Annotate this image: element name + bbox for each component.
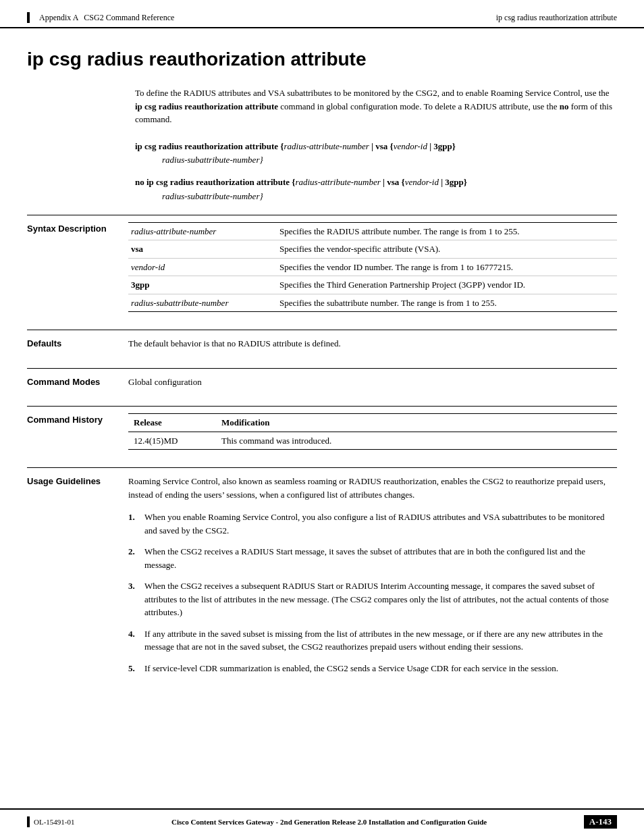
command-modes-content: Global configuration — [128, 375, 617, 389]
cmd1-bold: ip csg radius reauthorization attribute — [135, 141, 278, 151]
cmd1-pipe: | — [369, 141, 375, 151]
syntax-table-row: vendor-idSpecifies the vendor ID number.… — [128, 258, 617, 276]
usage-guidelines-content: Roaming Service Control, also known as s… — [128, 475, 617, 683]
defaults-section: Defaults The default behavior is that no… — [27, 330, 617, 357]
col-release: Release — [128, 414, 216, 432]
usage-guidelines-section: Usage Guidelines Roaming Service Control… — [27, 467, 617, 689]
cmd1-pipe2: | — [427, 141, 433, 151]
syntax-table-row: radius-attribute-numberSpecifies the RAD… — [128, 222, 617, 240]
syntax-desc: Specifies the Third Generation Partnersh… — [277, 276, 617, 294]
syntax-cmd1: ip csg radius reauthorization attribute … — [135, 140, 617, 168]
syntax-description-content: radius-attribute-numberSpecifies the RAD… — [128, 222, 617, 313]
cmd2-vendorid: vendor-id — [405, 177, 439, 187]
history-table-head: Release Modification — [128, 414, 617, 432]
main-content: ip csg radius reauthorization attribute … — [0, 28, 644, 744]
syntax-desc: Specifies the vendor ID number. The rang… — [277, 258, 617, 276]
defaults-label: Defaults — [27, 337, 128, 350]
syntax-param: 3gpp — [128, 276, 277, 294]
usage-item-text: If any attribute in the saved subset is … — [144, 627, 617, 654]
footer-left: OL-15491-01 — [27, 816, 75, 827]
intro-paragraph: To define the RADIUS attributes and VSA … — [135, 86, 617, 126]
intro-no-bold: no — [560, 101, 569, 111]
defaults-content: The default behavior is that no RADIUS a… — [128, 337, 617, 350]
intro-text: To define the RADIUS attributes and VSA … — [135, 86, 617, 126]
cmd2-vsa: vsa — [387, 177, 399, 187]
usage-item-text: If service-level CDR summarization is en… — [144, 662, 558, 675]
syntax-description-section: Syntax Description radius-attribute-numb… — [27, 215, 617, 319]
cmd1-vsa: vsa — [375, 141, 387, 151]
usage-guidelines-label: Usage Guidelines — [27, 475, 128, 683]
col-modification: Modification — [216, 414, 617, 432]
command-modes-label: Command Modes — [27, 375, 128, 389]
usage-list-item: 1.When you enable Roaming Service Contro… — [128, 511, 617, 537]
usage-item-text: When the CSG2 receives a RADIUS Start me… — [144, 545, 617, 571]
usage-intro-text: Roaming Service Control, also known as s… — [128, 475, 617, 501]
cmd1-line: ip csg radius reauthorization attribute … — [135, 140, 617, 154]
intro-line1: To define the RADIUS attributes and VSA … — [135, 88, 610, 98]
cmd1-italic1: radius-attribute-number — [284, 141, 369, 151]
history-table-body: 12.4(15)MDThis command was introduced. — [128, 432, 617, 450]
usage-list-item: 3.When the CSG2 receives a subsequent RA… — [128, 579, 617, 619]
command-history-section: Command History Release Modification 12.… — [27, 406, 617, 457]
syntax-param: radius-attribute-number — [128, 222, 277, 240]
usage-item-number: 2. — [128, 545, 139, 571]
cmd2-line: no ip csg radius reauthorization attribu… — [135, 176, 617, 190]
footer-pipe — [27, 816, 30, 827]
syntax-desc: Specifies the RADIUS attribute number. T… — [277, 222, 617, 240]
header-title: CSG2 Command Reference — [84, 13, 174, 23]
header: Appendix A CSG2 Command Reference ip csg… — [0, 0, 644, 28]
syntax-table-row: vsaSpecifies the vendor-specific attribu… — [128, 240, 617, 259]
cmd2-pipe: | — [381, 177, 387, 187]
syntax-param: vsa — [128, 240, 277, 259]
intro-cmd-bold: ip csg radius reauthorization attribute — [135, 101, 278, 111]
syntax-table-row: radius-subattribute-numberSpecifies the … — [128, 294, 617, 312]
command-history-label: Command History — [27, 413, 128, 450]
footer-doc-number: OL-15491-01 — [34, 818, 75, 826]
usage-list-item: 5.If service-level CDR summarization is … — [128, 662, 617, 675]
history-modification: This command was introduced. — [216, 432, 617, 450]
history-release: 12.4(15)MD — [128, 432, 216, 450]
usage-list: 1.When you enable Roaming Service Contro… — [128, 511, 617, 675]
intro-line2-end: command in global configuration mode. To… — [278, 101, 560, 111]
syntax-table-row: 3gppSpecifies the Third Generation Partn… — [128, 276, 617, 294]
header-pipe — [27, 12, 30, 23]
syntax-table: radius-attribute-numberSpecifies the RAD… — [128, 222, 617, 313]
usage-list-item: 4.If any attribute in the saved subset i… — [128, 627, 617, 654]
syntax-param: vendor-id — [128, 258, 277, 276]
command-history-content: Release Modification 12.4(15)MDThis comm… — [128, 413, 617, 450]
cmd2-brace3: } — [464, 177, 467, 187]
footer-page: A-143 — [584, 815, 617, 829]
cmd2-bold: no ip csg radius reauthorization attribu… — [135, 177, 290, 187]
header-left: Appendix A CSG2 Command Reference — [27, 12, 174, 23]
history-header-row: Release Modification — [128, 414, 617, 432]
cmd1-3gpp: 3gpp — [433, 141, 452, 151]
syntax-desc: Specifies the subattribute number. The r… — [277, 294, 617, 312]
usage-item-number: 1. — [128, 511, 139, 537]
page-title: ip csg radius reauthorization attribute — [27, 49, 617, 70]
footer: OL-15491-01 Cisco Content Services Gatew… — [0, 808, 644, 834]
cmd1-brace2: { — [387, 141, 393, 151]
footer-center: Cisco Content Services Gateway - 2nd Gen… — [75, 818, 584, 826]
syntax-cmd2: no ip csg radius reauthorization attribu… — [135, 176, 617, 204]
cmd1-vendorid: vendor-id — [394, 141, 427, 151]
usage-item-number: 5. — [128, 662, 139, 675]
cmd1-brace3: } — [452, 141, 456, 151]
header-right: ip csg radius reauthorization attribute — [496, 13, 617, 23]
usage-item-text: When you enable Roaming Service Control,… — [144, 511, 617, 537]
cmd2-continuation: radius-subattribute-number} — [135, 190, 617, 204]
syntax-param: radius-subattribute-number — [128, 294, 277, 312]
syntax-description-label: Syntax Description — [27, 222, 128, 313]
cmd1-continuation: radius-subattribute-number} — [135, 153, 617, 167]
usage-item-number: 4. — [128, 627, 139, 654]
usage-list-item: 2.When the CSG2 receives a RADIUS Start … — [128, 545, 617, 571]
cmd2-3gpp: 3gpp — [445, 177, 463, 187]
cmd2-brace2: { — [399, 177, 404, 187]
history-table: Release Modification 12.4(15)MDThis comm… — [128, 413, 617, 450]
cmd2-pipe2: | — [439, 177, 445, 187]
page: Appendix A CSG2 Command Reference ip csg… — [0, 0, 644, 834]
usage-item-text: When the CSG2 receives a subsequent RADI… — [144, 579, 617, 619]
cmd2-italic1: radius-attribute-number — [295, 177, 380, 187]
history-row: 12.4(15)MDThis command was introduced. — [128, 432, 617, 450]
header-appendix: Appendix A — [39, 13, 78, 23]
command-modes-section: Command Modes Global configuration — [27, 368, 617, 396]
